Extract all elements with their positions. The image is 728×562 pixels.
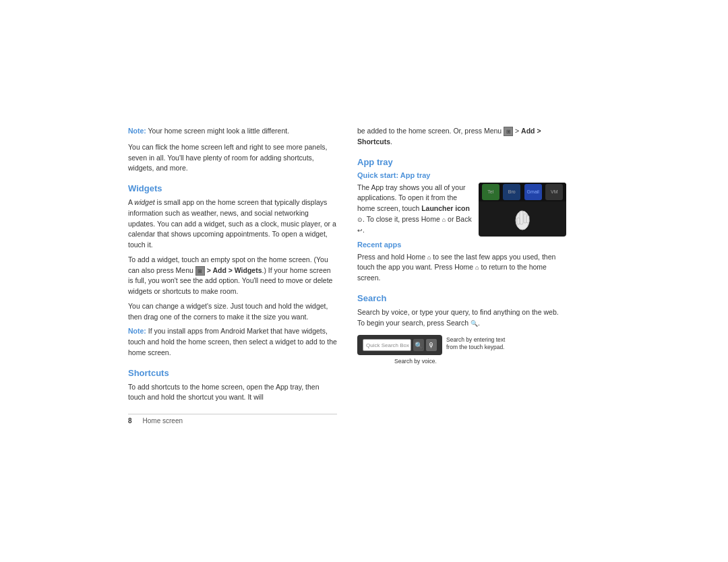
app-tray-bottom <box>479 201 566 237</box>
search-input-box: Quick Search Box <box>363 339 411 351</box>
svg-rect-4 <box>517 218 520 224</box>
quick-start-heading: Quick start: App tray <box>357 171 566 179</box>
svg-rect-2 <box>524 214 526 223</box>
widgets-heading: Widgets <box>128 183 337 193</box>
app-tray-heading: App tray <box>357 157 566 167</box>
shortcuts-heading: Shortcuts <box>128 368 337 378</box>
content-area: Note: Your home screen might look a litt… <box>128 126 586 463</box>
app-icon-3: Gmail <box>524 184 542 200</box>
search-placeholder: Quick Search Box <box>366 342 409 348</box>
shortcuts-continued: be added to the home screen. Or, press M… <box>357 126 566 148</box>
menu-icon-right: ⊞ <box>504 127 513 136</box>
note1-paragraph: Note: Your home screen might look a litt… <box>128 126 337 137</box>
search-bar-wrapper: Quick Search Box 🔍 🎙 <box>357 335 442 355</box>
mic-button-icon[interactable]: 🎙 <box>426 339 437 351</box>
widgets-p3: You can change a widget's size. Just tou… <box>128 301 337 323</box>
app-tray-image: Tel Bro Gmail VM <box>479 183 566 237</box>
widgets-p1: A widget is small app on the home screen… <box>128 197 337 251</box>
widgets-p2: To add a widget, touch an empty spot on … <box>128 255 337 297</box>
svg-rect-1 <box>520 211 523 224</box>
app-icon-4: VM <box>545 184 563 200</box>
note1-label: Note: <box>128 127 146 135</box>
note2-paragraph: Note: If you install apps from Android M… <box>128 326 337 358</box>
svg-rect-3 <box>526 216 529 223</box>
search-image-container: Quick Search Box 🔍 🎙 Search by entering … <box>357 335 566 365</box>
search-button-icon[interactable]: 🔍 <box>413 339 424 351</box>
hand-cursor-icon <box>512 206 533 232</box>
app-icon-2: Bro <box>503 184 520 200</box>
note2-text: If you install apps from Android Market … <box>128 327 337 356</box>
menu-icon: ⊞ <box>195 266 205 276</box>
right-column: be added to the home screen. Or, press M… <box>357 126 566 463</box>
intro-text: You can flick the home screen left and r… <box>128 142 337 174</box>
page-container: Note: Your home screen might look a litt… <box>0 0 728 562</box>
shortcuts-p1: To add shortcuts to the home screen, ope… <box>128 382 337 404</box>
app-icon-1: Tel <box>482 184 499 200</box>
annotation-text2: from the touch keypad. <box>446 344 505 351</box>
annotation-voice: Search by voice. <box>394 358 437 365</box>
page-number: 8 <box>128 417 132 425</box>
note2-label: Note: <box>128 327 146 335</box>
recent-apps-text: Press and hold Home ⌂ to see the last fe… <box>357 252 566 284</box>
page-footer: 8 Home screen <box>128 414 337 425</box>
app-tray-content: Tel Bro Gmail VM <box>357 183 566 241</box>
search-text: Search by voice, or type your query, to … <box>357 307 566 329</box>
note1-text: Your home screen might look a little dif… <box>146 127 289 135</box>
app-tray-top-bar: Tel Bro Gmail VM <box>479 183 566 201</box>
annotation-text1: Search by entering text <box>446 336 505 344</box>
recent-apps-heading: Recent apps <box>357 241 566 249</box>
footer-label: Home screen <box>143 417 183 425</box>
left-column: Note: Your home screen might look a litt… <box>128 126 337 463</box>
search-heading: Search <box>357 293 566 303</box>
